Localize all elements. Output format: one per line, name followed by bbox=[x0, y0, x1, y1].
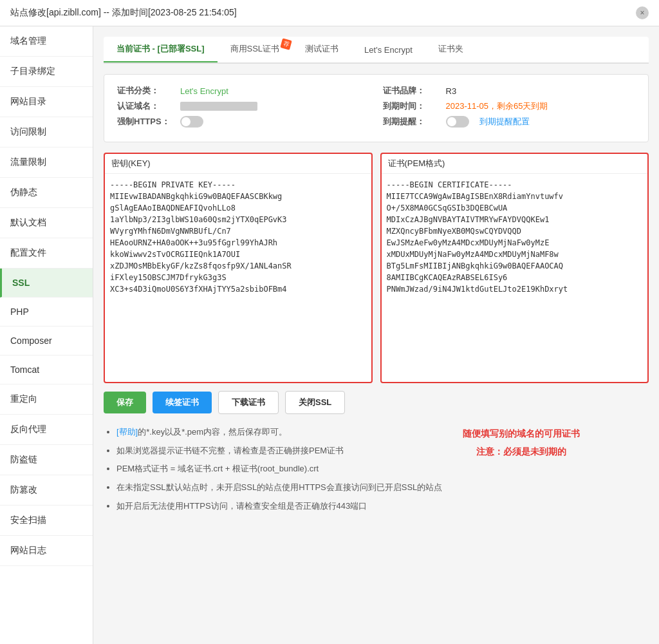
pem-box-header: 证书(PEM格式) bbox=[382, 154, 648, 174]
close-ssl-button[interactable]: 关闭SSL bbox=[285, 391, 345, 414]
pem-textarea[interactable] bbox=[382, 174, 648, 380]
pem-box: 证书(PEM格式) bbox=[380, 153, 649, 383]
content-area: 当前证书 - [已部署SSL]商用SSL证书荐测试证书Let's Encrypt… bbox=[93, 26, 659, 644]
note-item: PEM格式证书 = 域名证书.crt + 根证书(root_bundle).cr… bbox=[116, 461, 442, 477]
sidebar-item-config[interactable]: 配置文件 bbox=[0, 238, 93, 269]
tab-cert-folder[interactable]: 证书夹 bbox=[425, 37, 476, 62]
action-buttons: 保存 续签证书 下载证书 关闭SSL bbox=[104, 391, 649, 414]
key-box-header: 密钥(KEY) bbox=[105, 154, 371, 174]
main-layout: 域名管理子目录绑定网站目录访问限制流量限制伪静态默认文档配置文件SSLPHPCo… bbox=[0, 26, 659, 644]
cert-brand-label: 证书品牌： bbox=[383, 85, 441, 97]
sidebar-item-domain[interactable]: 域名管理 bbox=[0, 26, 93, 57]
sidebar-item-composer[interactable]: Composer bbox=[0, 327, 93, 355]
sidebar-item-ssl[interactable]: SSL bbox=[0, 269, 93, 298]
domain-value bbox=[180, 102, 257, 111]
close-button[interactable]: × bbox=[636, 6, 649, 19]
bottom-section: [帮助]的*.key以及*.pem内容，然后保存即可。如果浏览器提示证书链不完整… bbox=[104, 424, 649, 516]
note-item: 如开启后无法使用HTTPS访问，请检查安全组是否正确放行443端口 bbox=[116, 498, 442, 515]
https-toggle[interactable] bbox=[180, 116, 203, 128]
expiry-value: 2023-11-05，剩余65天到期 bbox=[446, 100, 548, 112]
cert-class-value: Let's Encrypt bbox=[180, 86, 228, 96]
download-button[interactable]: 下载证书 bbox=[218, 391, 279, 414]
cert-class-label: 证书分类： bbox=[117, 85, 175, 97]
sidebar-item-access[interactable]: 访问限制 bbox=[0, 117, 93, 147]
notes-section: [帮助]的*.key以及*.pem内容，然后保存即可。如果浏览器提示证书链不完整… bbox=[104, 424, 442, 516]
reminder-toggle[interactable] bbox=[446, 116, 469, 128]
sidebar: 域名管理子目录绑定网站目录访问限制流量限制伪静态默认文档配置文件SSLPHPCo… bbox=[0, 26, 93, 644]
https-label: 强制HTTPS： bbox=[117, 116, 175, 128]
sidebar-item-subdir[interactable]: 子目录绑定 bbox=[0, 57, 93, 87]
note-item: 在未指定SSL默认站点时，未开启SSL的站点使用HTTPS会直接访问到已开启SS… bbox=[116, 480, 442, 496]
title-bar: 站点修改[api.zibll.com] -- 添加时间[2023-08-25 2… bbox=[0, 0, 659, 26]
tab-lets-encrypt[interactable]: Let's Encrypt bbox=[351, 39, 425, 62]
sidebar-item-pseudo[interactable]: 伪静态 bbox=[0, 178, 93, 208]
tab-current-cert[interactable]: 当前证书 - [已部署SSL] bbox=[104, 37, 218, 62]
reminder-label: 到期提醒： bbox=[383, 116, 441, 128]
tab-commercial-ssl[interactable]: 商用SSL证书荐 bbox=[218, 37, 293, 62]
page-title: 站点修改[api.zibll.com] -- 添加时间[2023-08-25 2… bbox=[10, 7, 237, 19]
tab-test-cert[interactable]: 测试证书 bbox=[292, 37, 351, 62]
note-item: [帮助]的*.key以及*.pem内容，然后保存即可。 bbox=[116, 424, 442, 440]
tabs-bar: 当前证书 - [已部署SSL]商用SSL证书荐测试证书Let's Encrypt… bbox=[104, 37, 649, 64]
cert-brand-value: R3 bbox=[446, 86, 457, 96]
tab-badge: 荐 bbox=[280, 38, 292, 50]
reminder-config-link[interactable]: 到期提醒配置 bbox=[479, 116, 530, 128]
sidebar-item-php[interactable]: PHP bbox=[0, 298, 93, 327]
save-button[interactable]: 保存 bbox=[104, 392, 146, 413]
expiry-label: 到期时间： bbox=[383, 100, 441, 112]
note-item: 如果浏览器提示证书链不完整，请检查是否正确拼接PEM证书 bbox=[116, 443, 442, 459]
sidebar-item-security[interactable]: 安全扫描 bbox=[0, 506, 93, 536]
sidebar-item-hotlink[interactable]: 防盗链 bbox=[0, 445, 93, 475]
side-note: 随便填写别的域名的可用证书 注意：必须是未到期的 bbox=[463, 424, 580, 460]
cert-grid: 密钥(KEY) 证书(PEM格式) bbox=[104, 153, 649, 383]
sidebar-item-tomcat[interactable]: Tomcat bbox=[0, 355, 93, 384]
key-textarea[interactable] bbox=[105, 174, 371, 380]
sidebar-item-redirect[interactable]: 重定向 bbox=[0, 384, 93, 415]
sidebar-item-webdir[interactable]: 网站目录 bbox=[0, 87, 93, 117]
sidebar-item-tamper[interactable]: 防篡改 bbox=[0, 475, 93, 506]
domain-label: 认证域名： bbox=[117, 100, 175, 112]
key-box: 密钥(KEY) bbox=[104, 153, 373, 383]
sidebar-item-proxy[interactable]: 反向代理 bbox=[0, 415, 93, 445]
renew-button[interactable]: 续签证书 bbox=[153, 392, 212, 413]
ssl-info-section: 证书分类： Let's Encrypt 认证域名： 强制HTTPS： 证书品牌： bbox=[104, 74, 649, 142]
sidebar-item-traffic[interactable]: 流量限制 bbox=[0, 147, 93, 178]
sidebar-item-log[interactable]: 网站日志 bbox=[0, 536, 93, 566]
help-link[interactable]: [帮助] bbox=[116, 427, 138, 437]
sidebar-item-default[interactable]: 默认文档 bbox=[0, 208, 93, 238]
